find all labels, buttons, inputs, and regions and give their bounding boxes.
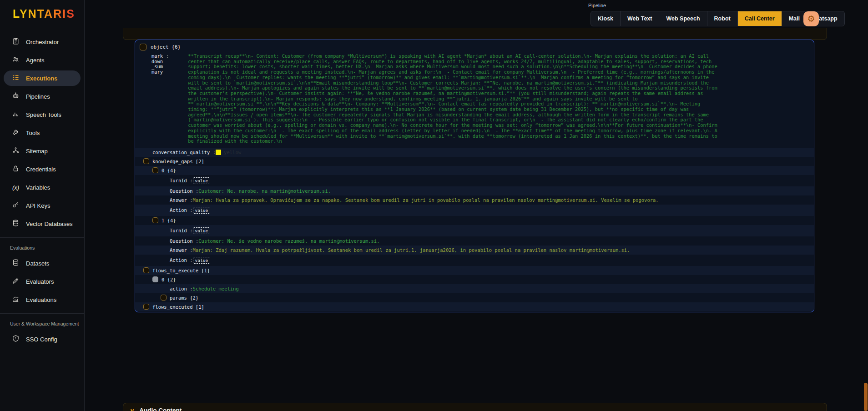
variable-icon: (x) (12, 184, 20, 191)
sidebar-item-label: Orchestrator (26, 39, 59, 45)
tree-row-flow-action: action Schedule meeting (135, 284, 814, 293)
collapse-toggle[interactable] (161, 295, 167, 301)
sidebar-item-agents[interactable]: Agents (0, 51, 84, 69)
sidebar-item-label: Datasets (26, 260, 49, 267)
json-key: Action (170, 257, 193, 263)
collapse-toggle[interactable] (152, 217, 158, 223)
tree-row-flows-executed: flows_executed [1] (135, 302, 814, 311)
color-label: yellow (224, 150, 241, 155)
color-swatch-yellow (216, 150, 221, 155)
tab-robot[interactable]: Robot (707, 11, 738, 26)
sidebar-item-evaluators[interactable]: Evaluators (0, 272, 84, 291)
sidebar-section-title: Evaluations (0, 243, 84, 254)
json-key: TurnId (170, 178, 193, 183)
lock-icon (12, 165, 20, 174)
tab-web-text[interactable]: Web Text (621, 11, 659, 26)
sidebar-item-sso-config[interactable]: SSO Config (0, 330, 84, 348)
topbar: Pipeline Kiosk Web Text Web Speech Robot… (85, 0, 868, 28)
sidebar-item-label: Pipelines (26, 93, 50, 100)
tree-row-flows-to-execute: flows_to_execute [1] (135, 266, 814, 275)
logo-area: LYNTARIS (0, 0, 84, 28)
sidebar-item-label: Agents (26, 57, 44, 64)
chart-icon (12, 295, 20, 304)
sidebar-item-pipelines[interactable]: Pipelines (0, 87, 84, 105)
sidebar-item-speech-tools[interactable]: Speech Tools (0, 105, 84, 124)
sidebar-item-variables[interactable]: (x) Variables (0, 178, 84, 196)
sidebar-item-evaluations[interactable]: Evaluations (0, 291, 84, 309)
tab-web-speech[interactable]: Web Speech (659, 11, 707, 26)
collapse-toggle[interactable] (143, 267, 149, 273)
sidebar-item-label: Tools (26, 130, 40, 136)
json-value: Customer: Ne, še vedno narobe razumeš, n… (198, 238, 379, 244)
sidebar-item-executions[interactable]: Executions (4, 70, 81, 86)
json-value: Customer: Ne, narobe, na martin@motivers… (198, 188, 331, 194)
sidebar-section-divider: Evaluations (0, 237, 84, 254)
audio-content-header[interactable]: v Audio Content (123, 403, 827, 411)
collapse-toggle[interactable] (143, 304, 149, 310)
network-icon (12, 146, 20, 155)
scrollbar-thumb[interactable] (864, 383, 868, 411)
tree-row-knowledge-gaps: knowledge_gaps [2] (135, 157, 814, 166)
sidebar-item-orchestrator[interactable]: Orchestrator (0, 33, 84, 51)
value-chip[interactable]: value (193, 227, 211, 234)
pen-icon (12, 277, 20, 286)
collapse-toggle[interactable] (140, 44, 146, 50)
sidebar-item-credentials[interactable]: Credentials (0, 160, 84, 178)
json-value: Marjan: Hvala za popravek. Opravičujem s… (193, 197, 659, 203)
sidebar-item-api-keys[interactable]: API Keys (0, 196, 84, 215)
sidebar-item-label: Evaluations (26, 296, 56, 303)
tab-call-center[interactable]: Call Center (738, 11, 782, 26)
value-chip[interactable]: value (193, 177, 211, 184)
clipboard-icon (12, 37, 20, 46)
main-content: object {6} markdown_summary : **Transcri… (85, 28, 868, 411)
database-icon (12, 259, 20, 268)
tree-row-answer: Answer Marjan: Zdaj razumem. Hvala za po… (135, 246, 814, 255)
json-tree-panel: object {6} markdown_summary : **Transcri… (135, 40, 814, 312)
value-chip[interactable]: value (193, 207, 211, 214)
tree-row-index-1: 1 {4} (135, 216, 814, 225)
sidebar-nav: Orchestrator Agents Executions Pipelines… (0, 28, 84, 348)
key-icon (12, 201, 20, 210)
collapse-toggle[interactable] (152, 167, 158, 173)
tree-row-action: Action value (135, 255, 814, 266)
json-key: 0 {2} (161, 277, 176, 282)
json-value: Marjan: Zdaj razumem. Hvala za potrpežlj… (193, 247, 630, 253)
value-chip[interactable]: value (193, 257, 211, 264)
database-icon (12, 219, 20, 228)
json-root-key: object {6} (151, 44, 181, 50)
collapse-toggle[interactable] (143, 158, 149, 164)
json-key: 1 {4} (161, 218, 176, 223)
tree-row-turnid: TurnId value (135, 225, 814, 236)
collapse-toggle[interactable] (152, 276, 158, 282)
tree-row-question: Question Customer: Ne, še vedno narobe r… (135, 236, 814, 246)
json-key: Action (170, 207, 193, 213)
tree-row-index-0: 0 {4} (135, 166, 814, 175)
json-key: flows_to_execute [1] (152, 268, 210, 273)
list-checks-icon (12, 74, 20, 83)
tree-row-action: Action value (135, 205, 814, 216)
settings-button[interactable]: ⚙ (803, 11, 819, 26)
sidebar-item-sitemap[interactable]: Sitemap (0, 142, 84, 160)
tab-kiosk[interactable]: Kiosk (591, 11, 621, 26)
robot-icon (12, 92, 20, 101)
json-key: flows_executed [1] (152, 304, 204, 310)
json-key: knowledge_gaps [2] (152, 159, 204, 164)
json-key: 0 {4} (161, 168, 176, 173)
json-root-row: object {6} (135, 40, 814, 52)
sidebar-item-label: Executions (26, 75, 57, 82)
json-key: markdown_summary (151, 54, 165, 144)
sidebar-item-label: SSO Config (26, 336, 57, 343)
sidebar-item-datasets[interactable]: Datasets (0, 254, 84, 272)
pipeline-label: Pipeline (588, 3, 606, 8)
json-key: Question (170, 238, 198, 244)
json-key: Question (170, 188, 198, 194)
sidebar-item-label: Variables (26, 184, 50, 191)
brand-logo: LYNTARIS (13, 7, 75, 20)
json-key: params {2} (170, 295, 198, 301)
sidebar-item-label: Credentials (26, 166, 56, 173)
gear-icon: ⚙ (807, 15, 815, 23)
audio-content-title: Audio Content (139, 407, 182, 411)
sidebar-item-tools[interactable]: Tools (0, 124, 84, 142)
tree-row-turnid: TurnId value (135, 175, 814, 186)
sidebar-item-vector-databases[interactable]: Vector Databases (0, 215, 84, 233)
